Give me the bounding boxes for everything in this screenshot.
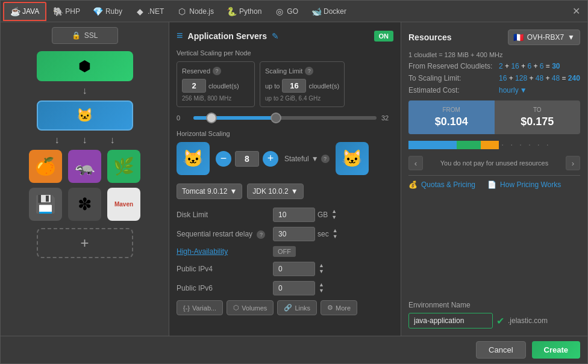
svg-point-0 [209, 116, 214, 120]
scaling-limit-cloudlets-input[interactable] [282, 79, 306, 93]
ipv4-input[interactable] [273, 262, 315, 276]
cost-label: Estimated Cost: [408, 86, 499, 94]
nginx-node[interactable]: ⬢ [37, 51, 133, 81]
tab-java[interactable]: ☕ JAVA [3, 2, 46, 21]
volumes-button[interactable]: ⬡ Volumes [227, 300, 274, 315]
disk-node[interactable]: 💾 [29, 188, 62, 221]
scaling-unit: cloudlet(s) [308, 82, 339, 90]
scaling-help-icon[interactable]: ? [305, 67, 313, 75]
seq-restart-input[interactable] [273, 227, 315, 241]
tab-python-label: Python [239, 7, 261, 16]
ipv4-label: Public IPv4 [177, 265, 273, 273]
decrement-button[interactable]: − [216, 151, 231, 167]
disk-spinner[interactable]: ▲ ▼ [331, 209, 337, 221]
variables-button[interactable]: {-} Variab... [177, 300, 223, 315]
ipv6-spinner[interactable]: ▲ ▼ [319, 282, 324, 294]
res-num4: 6 [540, 62, 544, 70]
tab-docker[interactable]: 🐋 Docker [305, 2, 353, 20]
more-button[interactable]: ⚙ More [321, 300, 357, 315]
close-button[interactable]: ✕ [568, 3, 585, 19]
reserved-cloudlets-input[interactable] [182, 79, 206, 93]
quotas-link[interactable]: 💰 Quotas & Pricing [408, 180, 475, 189]
tab-nodejs[interactable]: ⬡ Node.js [170, 2, 220, 20]
how-pricing-icon: 📄 [487, 180, 496, 189]
ssl-button[interactable]: 🔒 SSL [52, 27, 118, 44]
leaf-node[interactable]: 🌿 [107, 150, 140, 183]
arrow-down-2: ↓ [55, 135, 60, 145]
disk-unit: GB [317, 211, 328, 219]
divider-1 [408, 175, 580, 176]
counter-control: − + [216, 151, 278, 167]
slider-min: 0 [177, 114, 189, 122]
ipv6-label: Public IPv6 [177, 284, 273, 292]
tab-go[interactable]: ◎ GO [268, 2, 305, 20]
horizontal-scaling-label: Horizontal Scaling [177, 130, 393, 137]
flower-node[interactable]: ✽ [68, 188, 101, 221]
resources-title: Resources [408, 32, 452, 42]
seq-restart-label: Sequential restart delay ? [177, 230, 273, 239]
jdk-version-dropdown[interactable]: JDK 10.0.2 ▼ [247, 184, 303, 199]
ha-toggle[interactable]: OFF [273, 246, 296, 257]
add-node-button[interactable]: + [37, 228, 133, 258]
ha-link[interactable]: High-Availability [177, 247, 228, 256]
slider-thumb-reserved[interactable] [206, 113, 217, 123]
more-label: More [336, 304, 351, 312]
cloudlet-info: 1 cloudlet = 128 MiB + 400 MHz [408, 51, 503, 58]
seq-spinner[interactable]: ▲ ▼ [333, 228, 338, 240]
node-count-input[interactable] [235, 151, 259, 167]
bar-blue [408, 141, 457, 149]
check-icon: ✔ [496, 315, 504, 327]
tomcat-node-selected[interactable]: 🐱 [37, 100, 133, 131]
reserved-unit: cloudlet(s) [208, 82, 239, 90]
hourly-dropdown[interactable]: hourly ▼ [499, 86, 527, 94]
right-panel: Resources 🇫🇷 OVH-RBX7 ▼ 1 cloudlet = 128… [401, 22, 587, 336]
ha-label: High-Availability [177, 247, 273, 256]
reserved-box: Reserved ? cloudlet(s) 256 MiB, 800 MHz [177, 61, 255, 107]
ipv4-spinner[interactable]: ▲ ▼ [319, 263, 324, 275]
variables-icon: {-} [183, 304, 190, 312]
variables-label: Variab... [192, 304, 216, 312]
disk-limit-control: GB ▲ ▼ [273, 208, 337, 222]
toggle-button[interactable]: ON [374, 31, 394, 42]
maven-node[interactable]: Maven [107, 188, 140, 221]
tab-go-label: GO [287, 7, 298, 16]
sc-num2: 128 [515, 74, 527, 82]
price-nav-right[interactable]: › [566, 156, 580, 170]
seq-unit: sec [317, 230, 329, 238]
create-button[interactable]: Create [532, 341, 580, 359]
tab-ruby[interactable]: 💎 Ruby [87, 2, 129, 20]
stateful-dropdown[interactable]: Stateful ▼ ? [284, 155, 330, 163]
res-num2: 16 [511, 62, 519, 70]
price-nav-left[interactable]: ‹ [408, 156, 423, 170]
disk-limit-input[interactable] [273, 208, 315, 222]
sc-num3: 48 [536, 74, 543, 82]
region-flag: 🇫🇷 [513, 32, 524, 42]
edit-icon[interactable]: ✎ [272, 31, 279, 41]
increment-button[interactable]: + [263, 151, 278, 167]
slider-track[interactable] [193, 116, 377, 120]
tomcat-icon: 🐱 [77, 108, 93, 123]
slider-max: 32 [381, 114, 393, 122]
left-panel: 🔒 SSL ⬢ ↓ 🐱 ↓ ↓ ↓ 🍊 🦡 [1, 22, 169, 336]
ipv6-input[interactable] [273, 281, 315, 295]
stateful-help-icon[interactable]: ? [321, 155, 330, 163]
how-pricing-link[interactable]: 📄 How Pricing Works [487, 180, 561, 189]
cancel-button[interactable]: Cancel [476, 341, 525, 359]
links-button[interactable]: 🔗 Links [277, 300, 317, 315]
to-value: $0.175 [504, 116, 571, 128]
marten-node[interactable]: 🦡 [68, 150, 101, 183]
reserved-help-icon[interactable]: ? [213, 67, 221, 75]
tab-php[interactable]: 🐘 PHP [46, 2, 87, 20]
seq-help-icon[interactable]: ? [257, 230, 265, 239]
tomcat-version-dropdown[interactable]: Tomcat 9.0.12 ▼ [177, 184, 242, 199]
env-name-input[interactable] [408, 313, 493, 329]
mongo-node[interactable]: 🍊 [29, 150, 62, 183]
reserved-input: cloudlet(s) [182, 79, 249, 93]
region-selector[interactable]: 🇫🇷 OVH-RBX7 ▼ [508, 29, 580, 45]
sc-num4: 48 [552, 74, 560, 82]
tab-python[interactable]: 🐍 Python [220, 2, 268, 20]
tab-dotnet[interactable]: ◆ .NET [129, 2, 170, 20]
tomcat-version-label: Tomcat 9.0.12 [182, 187, 227, 196]
vertical-scaling-label: Vertical Scaling per Node [177, 49, 393, 57]
slider-thumb-limit[interactable] [271, 113, 281, 123]
